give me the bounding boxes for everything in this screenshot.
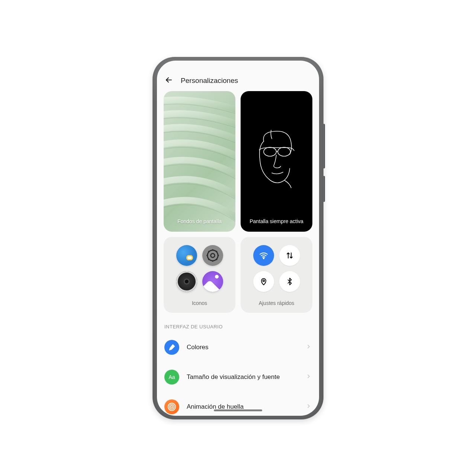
svg-point-1 [278, 147, 290, 156]
svg-point-7 [171, 406, 173, 408]
font-icon-text: Aa [168, 374, 175, 380]
quick-settings-tile[interactable]: Ajustes rápidos [241, 237, 312, 313]
wallpaper-tile[interactable]: Fondos de pantalla [164, 91, 235, 232]
wallpaper-waves [164, 91, 235, 228]
colors-icon [164, 340, 179, 355]
face-sketch-icon [253, 128, 301, 192]
data-arrows-icon [285, 251, 294, 260]
svg-point-6 [263, 280, 264, 281]
qs-preview-grid [253, 244, 301, 293]
svg-point-0 [264, 147, 276, 156]
arrow-left-icon [164, 75, 173, 84]
chevron-right-icon [306, 403, 312, 411]
colors-label: Colores [187, 344, 298, 351]
svg-point-3 [210, 253, 215, 257]
header: Personalizaciones [157, 61, 319, 91]
content: Fondos de pantalla P [157, 91, 319, 414]
fingerprint-anim-icon [164, 399, 179, 414]
phone-frame: Personalizaciones [152, 57, 324, 419]
svg-point-4 [207, 250, 218, 260]
qs-tile-label: Ajustes rápidos [259, 300, 295, 306]
wifi-icon [259, 251, 268, 260]
settings-app-icon [202, 245, 223, 266]
camera-app-icon [176, 271, 197, 292]
page-title: Personalizaciones [181, 77, 238, 85]
fingerprint-icon [167, 402, 176, 411]
phone-screen: Personalizaciones [157, 61, 319, 416]
phone-side-button [324, 124, 325, 168]
gallery-app-icon [202, 271, 223, 292]
list-item-display-font[interactable]: Aa Tamaño de visualización y fuente [164, 362, 312, 392]
back-button[interactable] [164, 75, 173, 86]
phone-side-button [324, 176, 325, 202]
small-tiles-row: Iconos [164, 237, 312, 313]
icons-tile[interactable]: Iconos [164, 237, 235, 313]
aod-tile[interactable]: Pantalla siempre activa [241, 91, 312, 232]
wallpaper-tile-label: Fondos de pantalla [174, 218, 225, 225]
section-header-ui: INTERFAZ DE USUARIO [164, 324, 312, 329]
chevron-right-icon [306, 373, 312, 381]
wifi-qs-icon [253, 245, 274, 266]
list-item-colors[interactable]: Colores [164, 332, 312, 362]
location-qs-icon [253, 271, 274, 292]
bluetooth-icon [286, 277, 294, 286]
font-size-icon: Aa [164, 370, 179, 385]
display-font-label: Tamaño de visualización y fuente [187, 373, 298, 381]
gear-icon [205, 248, 220, 263]
svg-point-5 [263, 258, 264, 259]
svg-point-8 [170, 404, 174, 409]
chevron-right-icon [306, 344, 312, 351]
aod-tile-label: Pantalla siempre activa [246, 218, 307, 225]
brush-icon [168, 343, 176, 351]
data-qs-icon [279, 245, 300, 266]
icons-tile-label: Iconos [192, 300, 207, 306]
gesture-nav-bar[interactable] [214, 409, 262, 411]
location-icon [259, 277, 268, 286]
top-tiles-row: Fondos de pantalla P [164, 91, 312, 232]
weather-app-icon [176, 245, 197, 266]
bluetooth-qs-icon [279, 271, 300, 292]
icons-preview-grid [176, 244, 224, 293]
